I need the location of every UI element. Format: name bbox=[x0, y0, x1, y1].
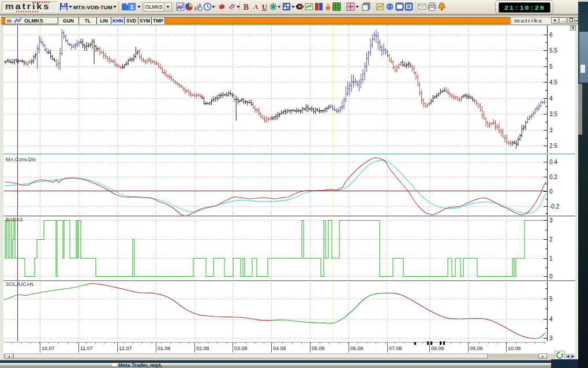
svg-text:3: 3 bbox=[549, 217, 553, 224]
svg-text:0: 0 bbox=[549, 188, 553, 195]
svg-text:5.5: 5.5 bbox=[549, 47, 557, 54]
svg-text:4.5: 4.5 bbox=[549, 79, 557, 86]
svg-text:01.08: 01.08 bbox=[158, 345, 171, 351]
svg-text:04.08: 04.08 bbox=[273, 345, 286, 351]
svg-text:BABA3: BABA3 bbox=[6, 217, 23, 222]
svg-text:08.08: 08.08 bbox=[431, 345, 444, 351]
svg-text:3: 3 bbox=[549, 335, 553, 341]
svg-text:-0.2: -0.2 bbox=[549, 203, 560, 210]
svg-text:0: 0 bbox=[549, 273, 553, 280]
svg-text:0.2: 0.2 bbox=[549, 174, 557, 180]
svg-text:4: 4 bbox=[549, 95, 553, 102]
svg-text:4: 4 bbox=[549, 316, 553, 322]
svg-text:2.5: 2.5 bbox=[549, 143, 557, 149]
svg-text:10.07: 10.07 bbox=[42, 345, 55, 351]
svg-text:09.08: 09.08 bbox=[470, 345, 483, 351]
svg-text:5: 5 bbox=[549, 64, 553, 70]
svg-text:06.08: 06.08 bbox=[350, 345, 364, 351]
svg-text:1: 1 bbox=[549, 255, 553, 262]
svg-text:11.07: 11.07 bbox=[80, 345, 93, 351]
svg-text:03.08: 03.08 bbox=[234, 345, 248, 351]
svg-text:3: 3 bbox=[549, 127, 553, 133]
svg-text:1: 1 bbox=[130, 3, 133, 10]
svg-text:SOLJUCAN: SOLJUCAN bbox=[6, 281, 33, 287]
svg-text:A: A bbox=[253, 2, 259, 11]
svg-text:3.5: 3.5 bbox=[549, 111, 557, 117]
svg-text:07.08: 07.08 bbox=[389, 345, 402, 351]
svg-text:05.08: 05.08 bbox=[312, 345, 325, 351]
svg-text:m: m bbox=[7, 18, 12, 24]
svg-text:10.08: 10.08 bbox=[508, 345, 521, 351]
svg-text:12.07: 12.07 bbox=[119, 345, 132, 351]
svg-text:5: 5 bbox=[549, 296, 553, 302]
svg-text:MA.Conv.Div: MA.Conv.Div bbox=[6, 157, 36, 162]
svg-text:6: 6 bbox=[549, 32, 553, 38]
svg-text:0.4: 0.4 bbox=[549, 159, 557, 165]
svg-text:B: B bbox=[244, 3, 249, 12]
svg-text:2: 2 bbox=[549, 236, 553, 243]
svg-text:02.08: 02.08 bbox=[196, 345, 209, 351]
